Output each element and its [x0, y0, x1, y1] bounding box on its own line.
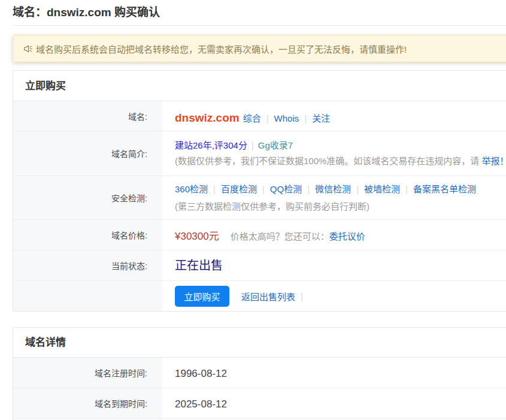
cell-value: 360检测|百度检测|QQ检测|微信检测|被墙检测|备案黑名单检测 (第三方数据…	[162, 176, 506, 219]
status-value: 正在出售	[175, 259, 223, 272]
intro-label: 域名简介:	[13, 131, 162, 176]
check-360-link[interactable]: 360检测	[175, 184, 208, 194]
cell-value: 2025-08-12	[162, 388, 506, 418]
security-row: 安全检测: 360检测|百度检测|QQ检测|微信检测|被墙检测|备案黑名单检测 …	[13, 176, 506, 220]
page-title: 域名：dnswiz.com 购买确认	[13, 0, 506, 20]
separator: |	[302, 184, 315, 194]
follow-link[interactable]: 关注	[312, 113, 330, 123]
whois-link[interactable]: Whois	[274, 113, 299, 123]
register-time-label: 域名注册时间:	[13, 358, 162, 388]
domain-row: 域名: dnswiz.com综合|Whois|关注	[13, 101, 506, 131]
text-line: 360检测|百度检测|QQ检测|微信检测|被墙检测|备案黑名单检测	[175, 180, 506, 198]
text-line: (数据仅供参考，我们不保证数据100%准确。如该域名交易存在违规内容，请 举报！	[175, 153, 506, 169]
page: 域名：dnswiz.com 购买确认 域名购买后系统会自动把域名转移给您，无需卖…	[13, 0, 506, 420]
gg-index-link[interactable]: Gg收录7	[258, 140, 293, 150]
text-line: (第三方数据检测仅供参考，购买前务必自行判断)	[175, 198, 506, 215]
site-age-link[interactable]: 建站26年,评304分	[175, 140, 247, 150]
register-time-row: 域名注册时间: 1996-08-12	[13, 358, 506, 388]
cell-value: ¥30300元价格太高吗？您还可以：委托议价	[162, 220, 506, 250]
separator: |	[295, 291, 308, 301]
separator: |	[261, 113, 274, 123]
separator: |	[208, 184, 221, 194]
composite-link[interactable]: 综合	[243, 113, 261, 123]
buy-now-button[interactable]: 立即购买	[175, 286, 229, 307]
cell-value: dnswiz.com综合|Whois|关注	[162, 101, 506, 131]
status-row: 当前状态: 正在出售	[13, 250, 506, 281]
check-gfw-link[interactable]: 被墙检测	[364, 184, 400, 194]
cell-value: 1996-08-12	[162, 358, 506, 388]
buy-card-header: 立即购买	[13, 71, 506, 101]
title-divider	[13, 25, 506, 26]
separator: |	[351, 184, 364, 194]
separator: |	[400, 184, 413, 194]
check-qq-link[interactable]: QQ检测	[270, 184, 302, 194]
text-line: 立即购买返回出售列表|	[175, 286, 506, 307]
text-line: dnswiz.com综合|Whois|关注	[175, 111, 506, 125]
notice-text: 域名购买后系统会自动把域名转移给您，无需卖家再次确认，一旦买了无法反悔，请慎重操…	[36, 43, 407, 55]
cell-value: 建站26年,评304分|Gg收录7 (数据仅供参考，我们不保证数据100%准确。…	[162, 131, 506, 176]
cell-value: 立即购买返回出售列表|	[162, 281, 506, 311]
separator: |	[257, 184, 270, 194]
security-note: (第三方数据检测仅供参考，购买前务必自行判断)	[175, 201, 369, 211]
speaker-icon	[24, 45, 32, 53]
notice-bar: 域名购买后系统会自动把域名转移给您，无需卖家再次确认，一旦买了无法反悔，请慎重操…	[13, 35, 506, 62]
text-line: ¥30300元价格太高吗？您还可以：委托议价	[175, 228, 506, 243]
intro-note: (数据仅供参考，我们不保证数据100%准确。如该域名交易存在违规内容，请	[175, 156, 482, 166]
intro-note-tail: ！	[500, 156, 506, 166]
expire-time-row: 域名到期时间: 2025-08-12	[13, 388, 506, 419]
cell-value: 正在出售	[162, 250, 506, 280]
back-to-list-link[interactable]: 返回出售列表	[241, 292, 295, 302]
check-baidu-link[interactable]: 百度检测	[221, 184, 257, 194]
intro-row: 域名简介: 建站26年,评304分|Gg收录7 (数据仅供参考，我们不保证数据1…	[13, 131, 506, 176]
check-icp-blacklist-link[interactable]: 备案黑名单检测	[413, 184, 476, 194]
domain-name: dnswiz.com	[175, 111, 240, 124]
domain-label: 域名:	[13, 101, 162, 131]
expire-time-value: 2025-08-12	[175, 398, 506, 410]
separator: |	[247, 140, 258, 150]
action-label-spacer	[13, 281, 162, 311]
price-hint: 价格太高吗？您还可以：	[231, 231, 329, 241]
register-time-value: 1996-08-12	[175, 368, 506, 380]
detail-card-header: 域名详情	[13, 328, 506, 358]
check-wechat-link[interactable]: 微信检测	[315, 184, 351, 194]
price-label: 域名价格:	[13, 220, 162, 250]
buy-card: 立即购买 域名: dnswiz.com综合|Whois|关注 域名简介: 建站2…	[13, 70, 506, 312]
action-row: 立即购买返回出售列表|	[13, 281, 506, 311]
status-label: 当前状态:	[13, 250, 162, 280]
expire-time-label: 域名到期时间:	[13, 388, 162, 418]
bargain-link[interactable]: 委托议价	[329, 231, 365, 241]
price-value: ¥30300元	[175, 231, 219, 242]
detail-card: 域名详情 域名注册时间: 1996-08-12 域名到期时间: 2025-08-…	[13, 327, 506, 420]
separator: |	[299, 113, 312, 123]
text-line: 正在出售	[175, 256, 506, 273]
security-label: 安全检测:	[13, 176, 162, 219]
text-line: 建站26年,评304分|Gg收录7	[175, 138, 506, 153]
price-row: 域名价格: ¥30300元价格太高吗？您还可以：委托议价	[13, 220, 506, 250]
report-link[interactable]: 举报	[482, 156, 500, 166]
